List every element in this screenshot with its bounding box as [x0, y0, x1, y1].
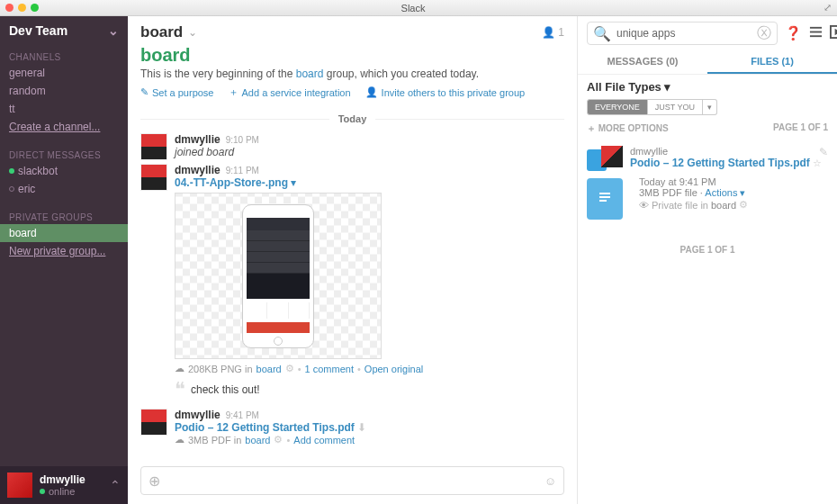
- sidebar-user-footer[interactable]: dmwyllie online ⌃: [0, 466, 128, 504]
- pill-everyone[interactable]: EVERYONE: [587, 99, 648, 115]
- help-icon[interactable]: ❓: [785, 25, 802, 41]
- invite-link[interactable]: 👤Invite others to this private group: [365, 86, 526, 99]
- file-card[interactable]: dmwyllie Podio – 12 Getting Started Tips…: [578, 139, 837, 176]
- search-input[interactable]: [616, 27, 752, 40]
- message-text: joined board: [175, 146, 564, 158]
- page-indicator: PAGE 1 OF 1: [773, 122, 828, 135]
- file-card-user: dmwyllie: [630, 146, 828, 157]
- settings-icon[interactable]: ⚙: [274, 434, 283, 446]
- channel-link[interactable]: board: [711, 200, 736, 211]
- emoji-icon[interactable]: ☺: [544, 474, 556, 488]
- avatar[interactable]: [140, 133, 167, 160]
- star-icon[interactable]: ☆: [813, 158, 822, 168]
- pencil-icon: ✎: [140, 86, 148, 98]
- channel-label: tt: [9, 103, 15, 115]
- sidebar-channel-tt[interactable]: tt: [0, 100, 128, 118]
- file-thumbnail[interactable]: [175, 193, 382, 359]
- add-comment-link[interactable]: Add comment: [293, 435, 355, 446]
- team-name: Dev Team: [9, 23, 68, 38]
- more-options-link[interactable]: ＋ MORE OPTIONS: [587, 122, 669, 135]
- window-titlebar: Slack ⤢: [0, 0, 837, 16]
- window-maximize-icon[interactable]: ⤢: [824, 2, 832, 14]
- cloud-icon: ☁: [175, 363, 184, 374]
- group-label: board: [9, 227, 37, 239]
- edit-icon[interactable]: ✎: [819, 146, 828, 158]
- current-user-status: online: [49, 486, 75, 497]
- quote-icon: ❝: [175, 378, 185, 401]
- avatar[interactable]: [140, 409, 167, 436]
- pdf-icon: [587, 178, 623, 220]
- channel-link[interactable]: board: [296, 68, 324, 80]
- groups-heading: PRIVATE GROUPS: [0, 207, 128, 224]
- message-author[interactable]: dmwyllie: [175, 409, 220, 421]
- detail-view-icon[interactable]: [830, 25, 837, 41]
- file-name-link[interactable]: Podio – 12 Getting Started Tips.pdf: [175, 421, 355, 434]
- message: dmwyllie9:10 PM joined board: [140, 133, 564, 160]
- eye-icon: 👁: [639, 200, 649, 211]
- message-time: 9:10 PM: [226, 135, 259, 145]
- member-count[interactable]: 👤 1: [542, 26, 564, 39]
- message: dmwyllie9:11 PM 04.-TT-App-Store-.png ▾: [140, 164, 564, 405]
- sidebar-channel-random[interactable]: random: [0, 82, 128, 100]
- caret-down-icon[interactable]: ▾: [291, 176, 296, 189]
- file-name-link[interactable]: 04.-TT-App-Store-.png: [175, 176, 288, 189]
- team-switcher[interactable]: Dev Team ⌄: [0, 16, 128, 47]
- sidebar-channel-general[interactable]: general: [0, 64, 128, 82]
- svg-rect-7: [599, 196, 610, 198]
- person-icon: 👤: [365, 86, 378, 98]
- avatar[interactable]: [140, 164, 167, 191]
- chevron-down-icon[interactable]: ⌄: [188, 26, 197, 39]
- settings-icon[interactable]: ⚙: [739, 199, 748, 211]
- comments-link[interactable]: 1 comment: [305, 364, 354, 374]
- settings-icon[interactable]: ⚙: [285, 363, 294, 374]
- message-author[interactable]: dmwyllie: [175, 133, 220, 146]
- tab-messages[interactable]: MESSAGES (0): [578, 50, 707, 74]
- list-view-icon[interactable]: [809, 25, 823, 41]
- svg-rect-2: [810, 35, 822, 37]
- channel-link[interactable]: board: [256, 364, 282, 374]
- attach-icon[interactable]: ⊕: [148, 472, 160, 490]
- person-icon: 👤: [542, 26, 555, 39]
- presence-icon: [9, 168, 14, 174]
- channels-heading: CHANNELS: [0, 47, 128, 64]
- chevron-up-icon: ⌃: [110, 478, 121, 492]
- create-channel-link[interactable]: Create a channel...: [0, 118, 128, 136]
- svg-rect-0: [810, 27, 822, 29]
- message-input[interactable]: ⊕ ☺: [140, 466, 564, 495]
- pill-dropdown[interactable]: ▾: [703, 99, 717, 115]
- right-pane: 🔍 ⓧ ❓ MESSAGES (0) FILES (1) All File Ty…: [578, 16, 837, 504]
- file-actions-link[interactable]: Actions ▾: [705, 187, 745, 198]
- channel-link[interactable]: board: [245, 435, 270, 446]
- avatar: [7, 472, 32, 498]
- search-box[interactable]: 🔍 ⓧ: [587, 22, 778, 45]
- set-purpose-link[interactable]: ✎Set a purpose: [140, 86, 214, 99]
- plus-icon: ＋: [229, 86, 238, 99]
- tab-files[interactable]: FILES (1): [707, 50, 837, 74]
- pill-just-you[interactable]: JUST YOU: [648, 99, 703, 115]
- clear-search-icon[interactable]: ⓧ: [757, 24, 771, 43]
- message-time: 9:41 PM: [226, 410, 259, 420]
- cloud-icon: ☁: [175, 434, 184, 446]
- open-original-link[interactable]: Open original: [364, 364, 423, 374]
- sidebar-dm-slackbot[interactable]: slackbot: [0, 162, 128, 180]
- avatar: [601, 146, 623, 167]
- message-time: 9:11 PM: [226, 166, 259, 176]
- download-icon[interactable]: ⬇: [357, 421, 366, 434]
- page-indicator-bottom: PAGE 1 OF 1: [578, 227, 837, 273]
- file-card-title[interactable]: Podio – 12 Getting Started Tips.pdf: [630, 157, 810, 169]
- channel-title[interactable]: board: [140, 23, 183, 41]
- sidebar-dm-eric[interactable]: eric: [0, 180, 128, 198]
- message-author[interactable]: dmwyllie: [175, 164, 220, 176]
- file-card-detail: Today at 9:41 PM 3MB PDF file · Actions …: [578, 176, 837, 227]
- presence-icon: [9, 186, 14, 192]
- svg-rect-5: [596, 188, 614, 210]
- channel-pane: board ⌄ 👤 1 board This is the very begin…: [128, 16, 578, 504]
- file-type-filter[interactable]: All File Types ▾: [578, 75, 837, 99]
- svg-rect-6: [599, 193, 610, 194]
- sidebar: Dev Team ⌄ CHANNELS general random tt Cr…: [0, 16, 128, 504]
- sidebar-group-board[interactable]: board: [0, 224, 128, 242]
- channel-description: This is the very beginning of the board …: [128, 68, 577, 80]
- channel-label: random: [9, 85, 46, 97]
- add-integration-link[interactable]: ＋Add a service integration: [229, 86, 351, 99]
- new-group-link[interactable]: New private group...: [0, 242, 128, 260]
